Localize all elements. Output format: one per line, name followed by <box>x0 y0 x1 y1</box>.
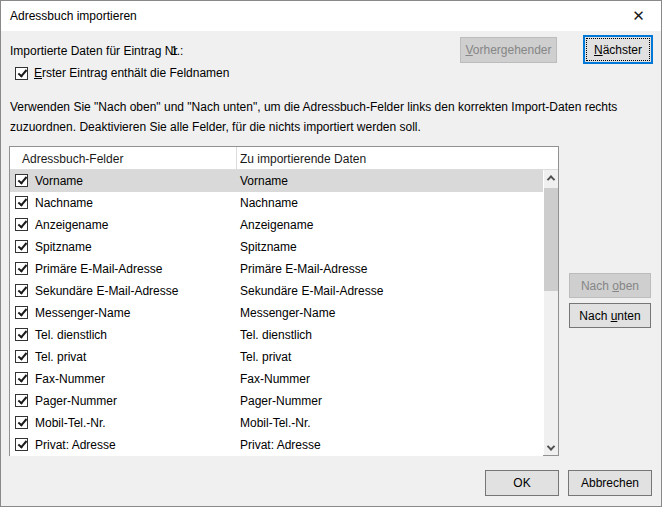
table-row[interactable]: Pager-NummerPager-Nummer <box>10 390 543 412</box>
row-checkbox[interactable] <box>15 394 28 407</box>
table-row[interactable]: Messenger-NameMessenger-Name <box>10 302 543 324</box>
field-cell: Privat: Adresse <box>35 438 116 452</box>
row-checkbox[interactable] <box>15 196 28 209</box>
row-checkbox[interactable] <box>15 306 28 319</box>
data-cell: Tel. privat <box>240 350 291 364</box>
data-cell: Primäre E-Mail-Adresse <box>240 262 367 276</box>
table-row[interactable]: Privat: AdressePrivat: Adresse <box>10 434 543 456</box>
dialog-title: Adressbuch importieren <box>10 9 137 23</box>
move-down-label: Nach unten <box>579 309 640 323</box>
data-cell: Anzeigename <box>240 218 313 232</box>
field-cell: Messenger-Name <box>35 306 130 320</box>
field-cell: Nachname <box>35 196 93 210</box>
field-cell: Fax-Nummer <box>35 372 105 386</box>
cancel-button[interactable]: Abbrechen <box>568 470 652 496</box>
row-checkbox[interactable] <box>15 174 28 187</box>
data-cell: Tel. dienstlich <box>240 328 312 342</box>
row-checkbox[interactable] <box>15 284 28 297</box>
move-up-label: Nach oben <box>581 279 639 293</box>
table-body: VornameVorname NachnameNachname Anzeigen… <box>10 170 558 456</box>
field-cell: Primäre E-Mail-Adresse <box>35 262 162 276</box>
instructions-line2: zuzuordnen. Deaktivieren Sie alle Felder… <box>10 117 660 137</box>
data-cell: Spitzname <box>240 240 297 254</box>
field-cell: Sekundäre E-Mail-Adresse <box>35 284 178 298</box>
move-up-button[interactable]: Nach oben <box>569 273 651 298</box>
scroll-down-icon <box>547 442 555 450</box>
scrollbar-thumb[interactable] <box>544 188 558 291</box>
table-row[interactable]: Tel. privatTel. privat <box>10 346 543 368</box>
scroll-down-button[interactable] <box>544 440 558 455</box>
next-record-label: Nächster <box>594 43 642 57</box>
row-checkbox[interactable] <box>15 262 28 275</box>
table-row[interactable]: Primäre E-Mail-AdressePrimäre E-Mail-Adr… <box>10 258 543 280</box>
row-checkbox[interactable] <box>15 416 28 429</box>
column-header-fields[interactable]: Adressbuch-Felder <box>22 152 123 166</box>
scroll-up-button[interactable] <box>544 170 558 185</box>
column-divider <box>236 147 237 170</box>
close-button[interactable]: ✕ <box>616 1 661 31</box>
fieldnames-checkbox[interactable] <box>15 67 28 80</box>
titlebar: Adressbuch importieren ✕ <box>1 1 661 31</box>
table-header: Adressbuch-Felder Zu importierende Daten <box>10 147 558 170</box>
record-number: 1 <box>171 44 178 58</box>
ok-button-label: OK <box>513 476 530 490</box>
field-cell: Pager-Nummer <box>35 394 117 408</box>
table-row[interactable]: Sekundäre E-Mail-AdresseSekundäre E-Mail… <box>10 280 543 302</box>
table-row[interactable]: Fax-NummerFax-Nummer <box>10 368 543 390</box>
data-cell: Privat: Adresse <box>240 438 321 452</box>
instructions-line1: Verwenden Sie "Nach oben" und "Nach unte… <box>10 97 660 117</box>
field-cell: Mobil-Tel.-Nr. <box>35 416 106 430</box>
table-row[interactable]: VornameVorname <box>10 170 543 192</box>
table-row[interactable]: Mobil-Tel.-Nr.Mobil-Tel.-Nr. <box>10 412 543 434</box>
record-label: Importierte Daten für Eintrag Nr.: <box>10 44 183 58</box>
import-addressbook-dialog: Adressbuch importieren ✕ Importierte Dat… <box>0 0 662 507</box>
row-checkbox[interactable] <box>15 350 28 363</box>
table-row[interactable]: Tel. dienstlichTel. dienstlich <box>10 324 543 346</box>
fieldnames-checkbox-label: Erster Eintrag enthält die Feldnamen <box>34 66 229 80</box>
row-checkbox[interactable] <box>15 328 28 341</box>
scroll-up-icon <box>547 175 555 183</box>
data-cell: Fax-Nummer <box>240 372 310 386</box>
row-checkbox[interactable] <box>15 218 28 231</box>
field-cell: Tel. dienstlich <box>35 328 107 342</box>
previous-record-label: Vorhergehender <box>465 43 551 57</box>
instructions-text: Verwenden Sie "Nach oben" und "Nach unte… <box>10 97 660 137</box>
fieldnames-checkbox-row[interactable]: Erster Eintrag enthält die Feldnamen <box>15 65 229 81</box>
cancel-button-label: Abbrechen <box>581 476 639 490</box>
data-cell: Sekundäre E-Mail-Adresse <box>240 284 383 298</box>
row-checkbox[interactable] <box>15 438 28 451</box>
field-cell: Anzeigename <box>35 218 108 232</box>
previous-record-button[interactable]: Vorhergehender <box>460 37 557 63</box>
data-cell: Pager-Nummer <box>240 394 322 408</box>
data-cell: Vorname <box>240 174 288 188</box>
column-header-data[interactable]: Zu importierende Daten <box>240 152 366 166</box>
row-checkbox[interactable] <box>15 372 28 385</box>
data-cell: Messenger-Name <box>240 306 335 320</box>
ok-button[interactable]: OK <box>485 470 559 496</box>
field-cell: Spitzname <box>35 240 92 254</box>
table-row[interactable]: AnzeigenameAnzeigename <box>10 214 543 236</box>
vertical-scrollbar[interactable] <box>544 170 558 455</box>
next-record-button[interactable]: Nächster <box>583 35 653 64</box>
field-cell: Tel. privat <box>35 350 86 364</box>
field-cell: Vorname <box>35 174 83 188</box>
field-mapping-table: Adressbuch-Felder Zu importierende Daten… <box>9 146 559 456</box>
data-cell: Nachname <box>240 196 298 210</box>
close-icon: ✕ <box>632 7 645 25</box>
table-row[interactable]: SpitznameSpitzname <box>10 236 543 258</box>
row-checkbox[interactable] <box>15 240 28 253</box>
move-down-button[interactable]: Nach unten <box>569 303 651 328</box>
data-cell: Mobil-Tel.-Nr. <box>240 416 311 430</box>
table-row[interactable]: NachnameNachname <box>10 192 543 214</box>
